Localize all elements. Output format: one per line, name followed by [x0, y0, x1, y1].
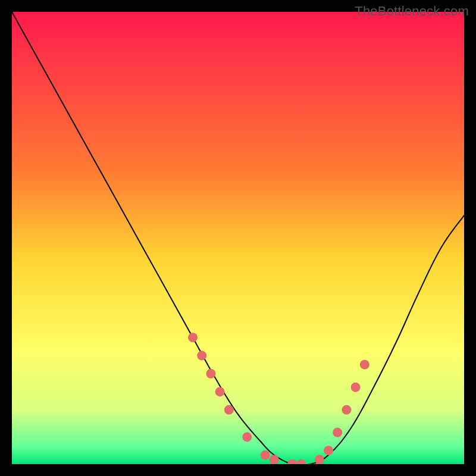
highlight-dot: [315, 455, 324, 464]
highlight-dot: [224, 405, 234, 415]
highlight-dot: [215, 387, 225, 396]
chart-svg: [12, 12, 464, 464]
highlight-dot: [324, 446, 333, 455]
highlight-dot: [206, 369, 215, 378]
chart-plot-area: [12, 12, 464, 464]
highlight-dot: [197, 351, 206, 361]
highlight-dot: [242, 432, 252, 441]
highlight-dot: [270, 455, 279, 464]
highlight-dot: [188, 333, 198, 342]
highlight-dot: [351, 383, 361, 392]
highlight-dot: [342, 405, 351, 415]
highlight-dot: [333, 428, 342, 437]
highlight-dot: [261, 450, 270, 460]
highlight-dot: [360, 360, 369, 369]
watermark-text: TheBottleneck.com: [355, 4, 469, 19]
chart-frame: TheBottleneck.com: [0, 0, 476, 476]
chart-background: [12, 12, 464, 464]
